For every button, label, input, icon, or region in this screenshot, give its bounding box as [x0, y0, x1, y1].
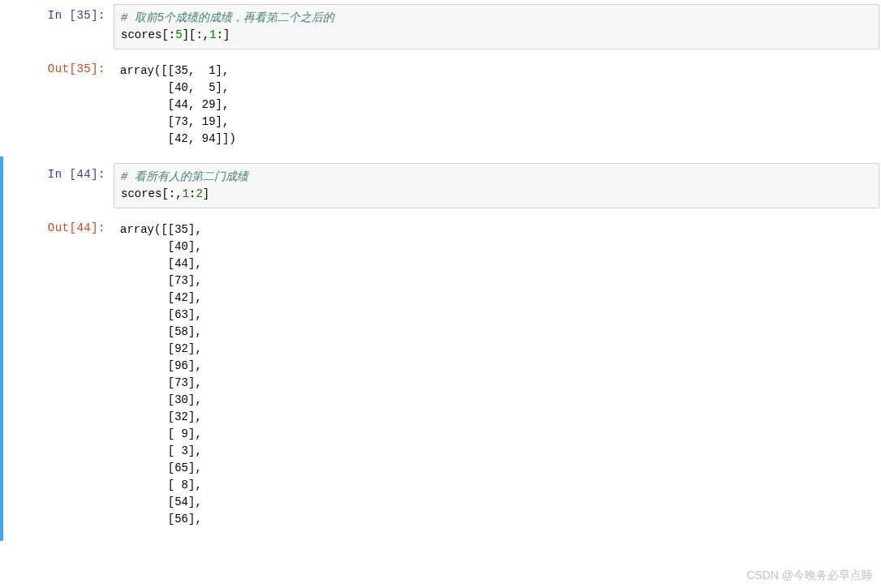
active-cell-group: In [44]: # 看所有人的第二门成绩 scores[:,1:2] Out[…: [0, 157, 881, 541]
in-label: In [44]:: [48, 168, 105, 181]
prompt-out: Out[35]:: [0, 58, 114, 152]
prompt-in: In [35]:: [0, 4, 114, 49]
code-line: scores[:,1:2]: [121, 187, 209, 200]
code-input-area[interactable]: # 看所有人的第二门成绩 scores[:,1:2]: [114, 163, 879, 208]
code-comment: # 取前5个成绩的成绩，再看第二个之后的: [121, 11, 334, 24]
output-cell: Out[44]: array([[35], [40], [44], [73], …: [5, 212, 881, 537]
output-text: array([[35, 1], [40, 5], [44, 29], [73, …: [114, 58, 881, 152]
prompt-out: Out[44]:: [5, 217, 114, 533]
in-label: In [35]:: [48, 9, 105, 22]
out-label: Out[44]:: [48, 221, 105, 234]
output-text: array([[35], [40], [44], [73], [42], [63…: [114, 217, 881, 533]
output-cell: Out[35]: array([[35, 1], [40, 5], [44, 2…: [0, 54, 881, 157]
prompt-in: In [44]:: [5, 163, 114, 208]
watermark-text: CSDN @今晚务必早点睡: [746, 569, 873, 583]
code-comment: # 看所有人的第二门成绩: [121, 170, 248, 183]
code-cell: In [35]: # 取前5个成绩的成绩，再看第二个之后的 scores[:5]…: [0, 0, 881, 54]
code-input-area[interactable]: # 取前5个成绩的成绩，再看第二个之后的 scores[:5][:,1:]: [114, 4, 879, 49]
code-cell: In [44]: # 看所有人的第二门成绩 scores[:,1:2]: [5, 161, 881, 212]
code-line: scores[:5][:,1:]: [121, 28, 230, 41]
out-label: Out[35]:: [48, 62, 105, 75]
